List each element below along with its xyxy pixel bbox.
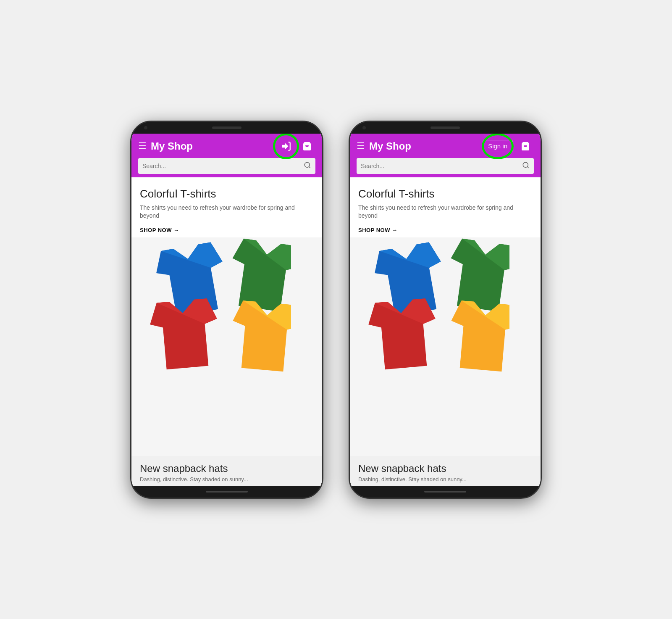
login-button-left[interactable] xyxy=(278,138,294,155)
phone-camera xyxy=(144,126,147,129)
login-icon-left xyxy=(281,141,291,152)
tshirts-area-left xyxy=(131,237,322,456)
phone-speaker xyxy=(212,126,242,129)
phone-left: ☰ My Shop xyxy=(130,121,323,499)
bottom-subtitle-right: Dashing, distinctive. Stay shaded on sun… xyxy=(358,476,532,482)
signin-area-right: Sign in xyxy=(483,140,513,152)
shop-now-right[interactable]: SHOP NOW → xyxy=(358,227,398,233)
hero-section-right: Colorful T-shirts The shirts you need to… xyxy=(350,177,541,237)
bottom-title-left: New snapback hats xyxy=(140,463,314,474)
hero-subtitle-left: The shirts you need to refresh your ward… xyxy=(140,204,314,220)
svg-line-11 xyxy=(527,166,528,168)
hero-subtitle-right: The shirts you need to refresh your ward… xyxy=(358,204,532,220)
hamburger-icon-right[interactable]: ☰ xyxy=(357,142,365,151)
cart-button-right[interactable] xyxy=(517,138,534,155)
bottom-subtitle-left: Dashing, distinctive. Stay shaded on sun… xyxy=(140,476,314,482)
signin-button-right[interactable]: Sign in xyxy=(483,140,513,152)
search-button-right[interactable] xyxy=(518,158,534,174)
tshirts-area-right xyxy=(350,237,541,456)
search-button-left[interactable] xyxy=(299,158,315,174)
search-icon-right xyxy=(522,161,530,169)
hero-title-right: Colorful T-shirts xyxy=(358,187,532,200)
phone-screen-right: ☰ My Shop Sign in xyxy=(350,134,541,486)
shop-now-left[interactable]: SHOP NOW → xyxy=(140,227,179,233)
shop-title-right: My Shop xyxy=(369,140,478,152)
bottom-title-right: New snapback hats xyxy=(358,463,532,474)
svg-point-10 xyxy=(523,162,528,167)
svg-line-1 xyxy=(309,166,310,168)
app-header-left: ☰ My Shop xyxy=(131,134,322,177)
hero-section-left: Colorful T-shirts The shirts you need to… xyxy=(131,177,322,237)
bottom-section-left: New snapback hats Dashing, distinctive. … xyxy=(131,456,322,486)
search-input-right[interactable] xyxy=(357,159,518,173)
tshirts-svg-right xyxy=(350,237,509,380)
svg-point-0 xyxy=(304,162,310,167)
phone-camera-right xyxy=(362,126,366,129)
app-header-right: ☰ My Shop Sign in xyxy=(350,134,541,177)
phone-right: ☰ My Shop Sign in xyxy=(349,121,542,499)
tshirts-svg-left xyxy=(131,237,291,380)
cart-icon-left xyxy=(302,141,312,151)
phone-home-bar-left xyxy=(206,491,248,493)
cart-button-left[interactable] xyxy=(299,138,315,155)
app-content-left: Colorful T-shirts The shirts you need to… xyxy=(131,177,322,486)
cart-icon-right xyxy=(520,141,530,151)
hero-title-left: Colorful T-shirts xyxy=(140,187,314,200)
hamburger-icon-left[interactable]: ☰ xyxy=(138,142,147,151)
search-row-right xyxy=(357,158,534,174)
phone-home-bar-right xyxy=(424,491,466,493)
phone-screen-left: ☰ My Shop xyxy=(131,134,322,486)
bottom-section-right: New snapback hats Dashing, distinctive. … xyxy=(350,456,541,486)
shop-title-left: My Shop xyxy=(151,140,273,152)
search-icon-left xyxy=(304,161,311,169)
phone-speaker-right xyxy=(430,126,460,129)
app-content-right: Colorful T-shirts The shirts you need to… xyxy=(350,177,541,486)
search-input-left[interactable] xyxy=(138,159,299,173)
search-row-left xyxy=(138,158,315,174)
